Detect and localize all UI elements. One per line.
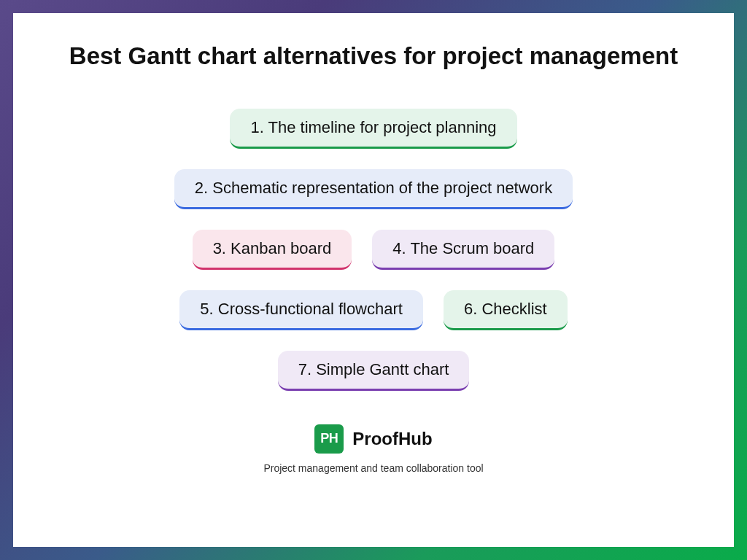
brand-name: ProofHub: [352, 429, 432, 449]
row-5: 7. Simple Gantt chart: [278, 351, 470, 391]
pill-label: 4. The Scrum board: [392, 239, 534, 257]
row-2: 2. Schematic representation of the proje…: [174, 169, 573, 209]
white-canvas: Best Gantt chart alternatives for projec…: [13, 13, 734, 547]
row-4: 5. Cross-functional flowchart 6. Checkli…: [179, 290, 567, 330]
pill-label: 2. Schematic representation of the proje…: [195, 179, 552, 197]
pill-crossfunctional: 5. Cross-functional flowchart: [179, 290, 423, 330]
row-1: 1. The timeline for project planning: [230, 109, 516, 149]
pill-label: 5. Cross-functional flowchart: [200, 300, 403, 318]
page-title: Best Gantt chart alternatives for projec…: [69, 41, 678, 72]
brand-block: PH ProofHub Project management and team …: [263, 424, 483, 474]
brand-row: PH ProofHub: [314, 424, 432, 454]
pill-simple-gantt: 7. Simple Gantt chart: [278, 351, 470, 391]
pill-label: 1. The timeline for project planning: [250, 118, 496, 136]
pill-rows: 1. The timeline for project planning 2. …: [42, 109, 705, 391]
row-3: 3. Kanban board 4. The Scrum board: [193, 230, 555, 270]
pill-checklist: 6. Checklist: [444, 290, 568, 330]
pill-label: 3. Kanban board: [213, 239, 332, 257]
pill-kanban: 3. Kanban board: [193, 230, 352, 270]
pill-label: 6. Checklist: [464, 300, 547, 318]
brand-tagline: Project management and team collaboratio…: [263, 462, 483, 474]
pill-timeline: 1. The timeline for project planning: [230, 109, 516, 149]
gradient-frame: Best Gantt chart alternatives for projec…: [0, 0, 747, 560]
pill-scrum: 4. The Scrum board: [372, 230, 554, 270]
brand-badge-icon: PH: [314, 424, 344, 454]
pill-label: 7. Simple Gantt chart: [298, 360, 449, 378]
pill-schematic: 2. Schematic representation of the proje…: [174, 169, 573, 209]
brand-badge-text: PH: [320, 431, 338, 446]
